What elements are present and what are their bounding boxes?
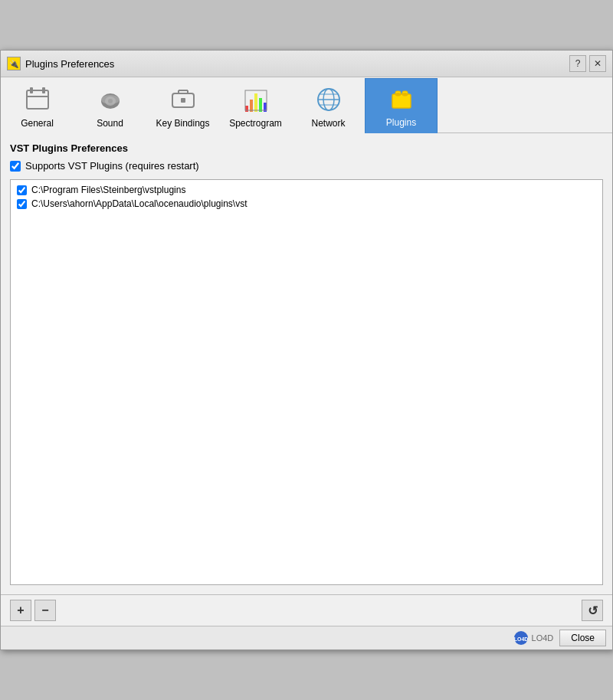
tabs-bar: General Sound (1, 77, 612, 133)
supports-vst-label[interactable]: Supports VST Plugins (requires restart) (25, 160, 199, 172)
plugins-icon (386, 83, 417, 114)
svg-rect-1 (30, 87, 33, 93)
path-checkbox-0[interactable] (17, 185, 27, 195)
close-button[interactable]: Close (559, 630, 606, 646)
sound-icon (95, 84, 126, 115)
path-checkbox-1[interactable] (17, 199, 27, 209)
svg-text:LO4D: LO4D (513, 636, 528, 642)
path-text-0: C:\Program Files\Steinberg\vstplugins (31, 185, 185, 195)
logo-text: LO4D (532, 633, 554, 643)
path-text-1: C:\Users\ahorn\AppData\Local\ocenaudio\p… (31, 198, 247, 209)
svg-rect-12 (181, 98, 185, 103)
svg-rect-13 (245, 106, 248, 112)
tab-general[interactable]: General (1, 78, 74, 133)
tab-network-label: Network (311, 118, 345, 129)
svg-rect-2 (42, 87, 45, 93)
add-path-button[interactable]: + (10, 600, 31, 621)
main-window: 🔌 Plugins Preferences ? ✕ General (0, 50, 613, 650)
content-area: VST Plugins Preferences Supports VST Plu… (1, 133, 612, 594)
toolbar-left: + − (10, 600, 56, 621)
tab-keybindings-label: Key Bindings (156, 118, 209, 129)
general-icon (22, 84, 53, 115)
title-bar-left: 🔌 Plugins Preferences (7, 57, 114, 70)
close-window-button[interactable]: ✕ (589, 55, 606, 72)
supports-vst-checkbox[interactable] (10, 161, 21, 172)
tab-spectrogram[interactable]: Spectrogram (219, 78, 292, 133)
tab-sound[interactable]: Sound (74, 78, 146, 133)
window-title: Plugins Preferences (25, 58, 114, 70)
svg-rect-24 (392, 94, 411, 108)
app-icon: 🔌 (7, 57, 21, 70)
svg-point-29 (402, 93, 408, 96)
tab-keybindings[interactable]: Key Bindings (146, 78, 219, 133)
svg-rect-15 (254, 93, 257, 112)
footer-logo: LO4D LO4D (513, 630, 554, 646)
tab-general-label: General (21, 118, 54, 129)
supports-vst-row: Supports VST Plugins (requires restart) (10, 160, 603, 172)
plugin-paths-list: C:\Program Files\Steinberg\vstplugins C:… (10, 179, 603, 585)
svg-point-28 (395, 93, 401, 96)
tab-sound-label: Sound (97, 118, 123, 129)
tab-plugins[interactable]: Plugins (365, 78, 438, 133)
help-button[interactable]: ? (569, 55, 586, 72)
tab-plugins-label: Plugins (386, 117, 416, 128)
section-title: VST Plugins Preferences (10, 142, 603, 154)
logo-icon: LO4D (513, 630, 529, 646)
bottom-toolbar: + − ↺ (1, 594, 612, 626)
list-item: C:\Program Files\Steinberg\vstplugins (14, 183, 599, 197)
svg-point-7 (101, 95, 120, 104)
tab-spectrogram-label: Spectrogram (229, 118, 282, 129)
list-item: C:\Users\ahorn\AppData\Local\ocenaudio\p… (14, 197, 599, 211)
spectrogram-icon (241, 84, 271, 115)
svg-rect-16 (259, 98, 262, 112)
refresh-button[interactable]: ↺ (582, 600, 603, 621)
remove-path-button[interactable]: − (34, 600, 56, 621)
network-icon (313, 84, 344, 115)
footer-bar: LO4D LO4D Close (1, 626, 612, 649)
keybindings-icon (168, 84, 198, 115)
title-bar: 🔌 Plugins Preferences ? ✕ (1, 51, 612, 77)
tab-network[interactable]: Network (292, 78, 365, 133)
title-bar-buttons: ? ✕ (569, 55, 606, 72)
